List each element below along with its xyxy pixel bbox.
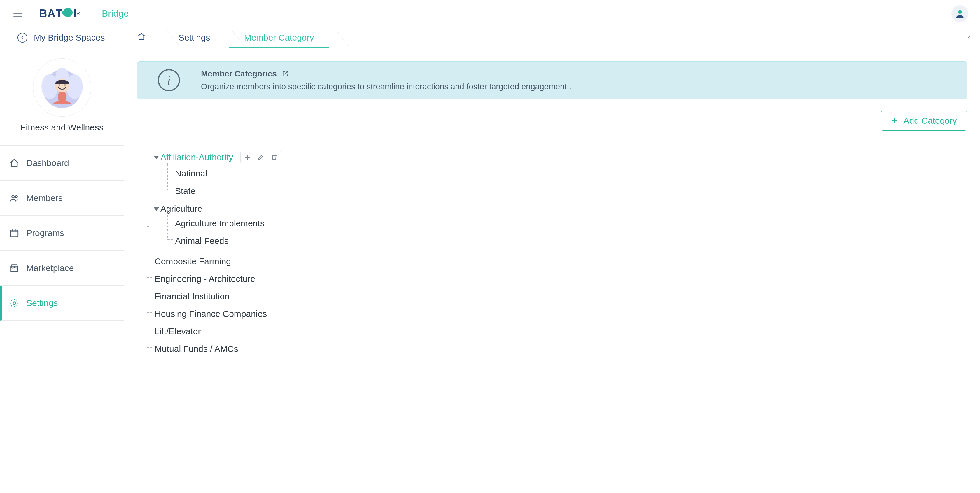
top-bar: BATI® Bridge [0, 0, 980, 27]
sidebar-item-label: Dashboard [26, 158, 69, 168]
svg-point-7 [58, 84, 60, 86]
space-card: Fitness and Wellness [0, 58, 124, 146]
home-icon [10, 158, 19, 168]
tree-node-label: Agriculture Implements [175, 219, 264, 228]
plus-icon [891, 117, 898, 124]
plus-icon [244, 154, 251, 161]
svg-point-10 [16, 196, 18, 198]
tree-node-label: Financial Institution [154, 292, 229, 301]
caret-icon[interactable] [154, 156, 159, 159]
tree-node-actions [240, 151, 281, 163]
menu-toggle-icon[interactable] [13, 11, 22, 17]
space-name: Fitness and Wellness [21, 122, 103, 132]
sidebar-item-marketplace[interactable]: Marketplace [0, 251, 124, 286]
home-icon [137, 32, 146, 43]
main-content: i Member Categories Organize members int… [124, 48, 980, 493]
calendar-icon [10, 228, 19, 238]
tree-node-label: Mutual Funds / AMCs [154, 345, 238, 353]
user-icon [955, 8, 966, 19]
tree-node[interactable]: Animal Feeds [175, 237, 228, 245]
edit-icon [257, 154, 264, 161]
trash-icon [270, 154, 278, 161]
tree-node[interactable]: Agriculture [154, 205, 202, 213]
sidebar-item-label: Programs [26, 228, 64, 238]
add-category-label: Add Category [904, 116, 957, 126]
sub-bar: My Bridge Spaces Settings Member Categor… [0, 27, 980, 48]
caret-icon[interactable] [154, 207, 159, 211]
tree-node[interactable]: Engineering - Architecture [154, 275, 255, 283]
tree-node-label: Agriculture [161, 205, 202, 213]
sidebar-item-members[interactable]: Members [0, 181, 124, 216]
store-icon [10, 263, 19, 273]
users-icon [10, 193, 19, 203]
my-bridge-spaces-link[interactable]: My Bridge Spaces [0, 27, 124, 48]
tree-node-label: Lift/Elevator [154, 327, 200, 336]
tree-node-label: State [175, 187, 196, 196]
leaf-icon [61, 6, 75, 19]
tree-node[interactable]: Composite Farming [154, 257, 231, 266]
svg-point-12 [13, 302, 16, 304]
breadcrumb-member-category[interactable]: Member Category [224, 27, 328, 48]
tree-node-label: Affiliation-Authority [161, 153, 233, 162]
breadcrumb-settings[interactable]: Settings [159, 27, 224, 48]
breadcrumb: Settings Member Category [124, 27, 958, 48]
add-category-button[interactable]: Add Category [881, 111, 967, 131]
sidebar-item-label: Settings [26, 298, 58, 308]
bridge-link[interactable]: Bridge [102, 8, 129, 19]
svg-point-9 [12, 196, 14, 198]
info-banner-title: Member Categories [201, 69, 277, 78]
logo[interactable]: BATI® [39, 7, 81, 20]
delete-button[interactable] [267, 151, 281, 163]
gear-icon [10, 298, 19, 308]
divider [91, 7, 91, 21]
tree-node-label: Housing Finance Companies [154, 310, 267, 318]
tree-node[interactable]: Mutual Funds / AMCs [154, 345, 238, 353]
info-banner-description: Organize members into specific categorie… [201, 82, 571, 91]
tree-node-label: National [175, 169, 207, 178]
tree-node[interactable]: Affiliation-Authority [154, 151, 281, 163]
space-avatar [33, 58, 91, 117]
svg-point-8 [64, 84, 65, 86]
tree-node[interactable]: Lift/Elevator [154, 327, 200, 336]
add-child-button[interactable] [240, 151, 254, 163]
svg-rect-11 [11, 230, 18, 237]
svg-point-0 [958, 10, 962, 14]
breadcrumb-label: Member Category [244, 33, 314, 43]
tree-node-label: Animal Feeds [175, 237, 228, 245]
sidebar-item-label: Marketplace [26, 263, 74, 273]
category-tree: Affiliation-AuthorityNationalStateAgricu… [137, 148, 967, 356]
tree-node[interactable]: State [175, 187, 196, 196]
sidebar-item-programs[interactable]: Programs [0, 216, 124, 251]
external-link-icon[interactable] [282, 70, 289, 78]
tree-node-label: Composite Farming [154, 257, 231, 266]
sidebar-item-label: Members [26, 193, 63, 203]
breadcrumb-home[interactable] [124, 27, 159, 48]
user-avatar[interactable] [951, 5, 968, 22]
sidebar-item-settings[interactable]: Settings [0, 286, 124, 321]
tree-node[interactable]: Housing Finance Companies [154, 310, 267, 318]
tree-node[interactable]: Agriculture Implements [175, 219, 264, 228]
scroll-right-button[interactable] [958, 27, 980, 48]
tree-node-label: Engineering - Architecture [154, 275, 255, 283]
edit-button[interactable] [254, 151, 267, 163]
arrow-left-icon [18, 33, 27, 43]
sidebar-item-dashboard[interactable]: Dashboard [0, 146, 124, 181]
info-icon: i [158, 69, 180, 91]
sidebar: Fitness and Wellness Dashboard Members P… [0, 48, 124, 493]
info-banner: i Member Categories Organize members int… [137, 61, 967, 99]
breadcrumb-label: Settings [178, 33, 210, 43]
tree-node[interactable]: National [175, 169, 207, 178]
my-bridge-spaces-label: My Bridge Spaces [34, 33, 105, 43]
tree-node[interactable]: Financial Institution [154, 292, 229, 301]
